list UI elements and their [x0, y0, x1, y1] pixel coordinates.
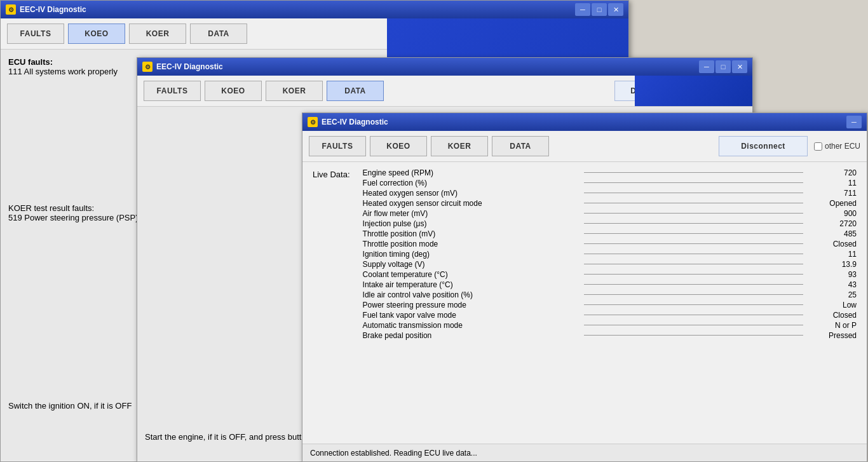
live-data-row-name: Heated oxygen sensor circuit mode	[363, 199, 582, 208]
minimize-btn-3[interactable]: ─	[846, 116, 862, 128]
live-data-row-line	[584, 294, 803, 295]
other-ecu-label-3[interactable]: other ECU	[814, 142, 860, 151]
live-data-row: Coolant temperature (°C) 93	[363, 270, 857, 279]
window-3: ⚙ EEC-IV Diagnostic ─ FAULTS KOEO KOER D…	[302, 112, 867, 462]
live-data-section: Live Data: Engine speed (RPM) 720 Fuel c…	[313, 168, 857, 437]
live-data-row-name: Throttle position (mV)	[363, 229, 582, 238]
status-text-3: Connection established. Reading ECU live…	[310, 449, 477, 458]
live-data-row: Heated oxygen sensor circuit mode Opened	[363, 199, 857, 208]
window-title-2: EEC-IV Diagnostic	[156, 62, 699, 71]
app-icon-3: ⚙	[308, 117, 318, 127]
titlebar-3[interactable]: ⚙ EEC-IV Diagnostic ─	[302, 113, 867, 131]
live-data-row-line	[584, 254, 803, 254]
live-data-row: Supply voltage (V) 13.9	[363, 260, 857, 269]
live-data-row: Automatic transmission mode N or P	[363, 321, 857, 330]
titlebar-controls-2: ─ □ ✕	[699, 60, 747, 73]
live-data-row: Throttle position (mV) 485	[363, 229, 857, 238]
maximize-btn-2[interactable]: □	[715, 60, 731, 73]
live-data-row-name: Fuel tank vapor valve mode	[363, 311, 582, 320]
win3-content: Live Data: Engine speed (RPM) 720 Fuel c…	[302, 162, 867, 443]
faults-btn-2[interactable]: FAULTS	[144, 81, 201, 101]
koer-btn-2[interactable]: KOER	[266, 81, 323, 101]
live-data-row-name: Air flow meter (mV)	[363, 209, 582, 218]
ignition-notice: Switch the ignition ON, if it is OFF	[8, 401, 132, 411]
live-data-row-line	[584, 335, 803, 336]
live-data-row-value: 43	[806, 280, 857, 289]
disconnect-btn-3[interactable]: Disconnect	[719, 136, 808, 156]
live-data-row-value: 900	[806, 209, 857, 218]
minimize-btn-2[interactable]: ─	[699, 60, 714, 73]
koeo-btn-2[interactable]: KOEO	[205, 81, 262, 101]
window-title-1: EEC-IV Diagnostic	[20, 5, 575, 14]
start-engine-notice: Start the engine, if it is OFF, and pres…	[145, 432, 311, 442]
live-data-row-line	[584, 233, 803, 234]
minimize-btn-1[interactable]: ─	[575, 3, 590, 16]
live-data-row-name: Throttle position mode	[363, 240, 582, 248]
live-data-row-line	[584, 223, 803, 224]
live-data-row-line	[584, 172, 803, 173]
data-btn-1[interactable]: DATA	[190, 24, 247, 44]
live-data-row-value: Pressed	[806, 331, 857, 340]
live-data-row-line	[584, 243, 803, 244]
live-data-row: Injection pulse (μs) 2720	[363, 219, 857, 228]
live-data-row-line	[584, 213, 803, 214]
live-data-row-value: Low	[806, 301, 857, 309]
data-btn-3[interactable]: DATA	[492, 136, 549, 156]
live-data-row-value: 11	[806, 179, 857, 187]
koer-btn-3[interactable]: KOER	[431, 136, 488, 156]
live-data-row-line	[584, 315, 803, 315]
live-data-row-name: Brake pedal position	[363, 331, 582, 340]
toolbar-3: FAULTS KOEO KOER DATA Disconnect other E…	[302, 131, 867, 162]
live-data-row-name: Engine speed (RPM)	[363, 168, 582, 177]
titlebar-1[interactable]: ⚙ EEC-IV Diagnostic ─ □ ✕	[1, 1, 628, 18]
live-data-row: Air flow meter (mV) 900	[363, 209, 857, 218]
live-data-row: Intake air temperature (°C) 43	[363, 280, 857, 289]
live-data-row-value: 93	[806, 270, 857, 279]
close-btn-2[interactable]: ✕	[732, 60, 747, 73]
maximize-btn-1[interactable]: □	[592, 3, 607, 16]
live-data-row: Throttle position mode Closed	[363, 240, 857, 248]
live-data-row: Ignition timing (deg) 11	[363, 250, 857, 259]
live-data-row-name: Idle air control valve position (%)	[363, 290, 582, 299]
titlebar-2[interactable]: ⚙ EEC-IV Diagnostic ─ □ ✕	[137, 58, 752, 76]
live-data-label: Live Data:	[313, 168, 350, 437]
live-data-row-name: Heated oxygen sensor (mV)	[363, 189, 582, 198]
live-data-row-value: 25	[806, 290, 857, 299]
status-bar-3: Connection established. Reading ECU live…	[302, 444, 867, 461]
titlebar-controls-3: ─	[846, 116, 862, 128]
live-data-row-name: Coolant temperature (°C)	[363, 270, 582, 279]
live-data-row-name: Power steering pressure mode	[363, 301, 582, 309]
live-data-row-value: Closed	[806, 240, 857, 248]
live-data-row-value: Closed	[806, 311, 857, 320]
koeo-btn-3[interactable]: KOEO	[370, 136, 427, 156]
live-data-row-line	[584, 193, 803, 193]
app-icon-2: ⚙	[142, 62, 153, 72]
titlebar-controls-1: ─ □ ✕	[575, 3, 623, 16]
close-btn-1[interactable]: ✕	[608, 3, 623, 16]
live-data-row-line	[584, 264, 803, 264]
live-data-row: Fuel correction (%) 11	[363, 179, 857, 187]
live-data-row-name: Fuel correction (%)	[363, 179, 582, 187]
faults-btn-3[interactable]: FAULTS	[309, 136, 366, 156]
live-data-row-value: Opened	[806, 199, 857, 208]
live-data-row-value: 13.9	[806, 260, 857, 269]
live-data-row-name: Ignition timing (deg)	[363, 250, 582, 259]
live-data-row-value: 2720	[806, 219, 857, 228]
koer-btn-1[interactable]: KOER	[129, 24, 186, 44]
live-data-row-name: Supply voltage (V)	[363, 260, 582, 269]
data-btn-2[interactable]: DATA	[327, 81, 384, 101]
live-data-row-line	[584, 325, 803, 325]
koeo-btn-1[interactable]: KOEO	[68, 24, 125, 44]
live-data-row-name: Automatic transmission mode	[363, 321, 582, 330]
live-data-row-line	[584, 274, 803, 275]
live-data-row-line	[584, 203, 803, 203]
faults-btn-1[interactable]: FAULTS	[7, 24, 64, 44]
live-data-row-value: 11	[806, 250, 857, 259]
live-data-row: Idle air control valve position (%) 25	[363, 290, 857, 299]
window-title-3: EEC-IV Diagnostic	[322, 118, 846, 126]
live-data-row-name: Intake air temperature (°C)	[363, 280, 582, 289]
live-data-row: Engine speed (RPM) 720	[363, 168, 857, 177]
app-icon-1: ⚙	[6, 4, 16, 15]
live-data-row: Heated oxygen sensor (mV) 711	[363, 189, 857, 198]
other-ecu-checkbox-3[interactable]	[814, 142, 822, 151]
